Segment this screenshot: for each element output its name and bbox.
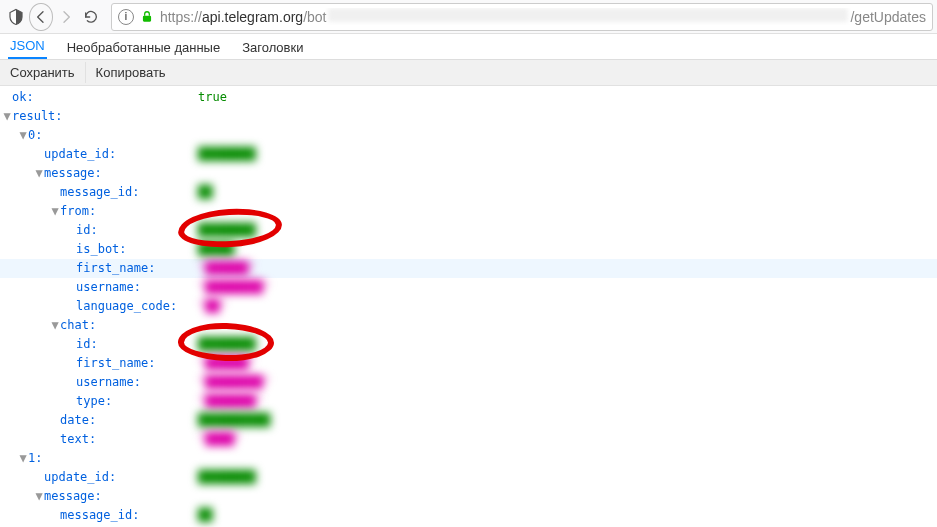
json-row[interactable]: ▼message:: [0, 164, 937, 183]
json-row: message_id:██: [0, 506, 937, 525]
info-icon[interactable]: i: [118, 9, 134, 25]
json-row: ok:true: [0, 88, 937, 107]
back-button[interactable]: [29, 3, 53, 31]
reload-button[interactable]: [80, 3, 103, 31]
json-row: date:██████████: [0, 411, 937, 430]
json-row: username:"████████": [0, 278, 937, 297]
json-viewer: ok:true ▼result: ▼0: update_id:████████ …: [0, 86, 937, 525]
view-tabs: JSON Необработанные данные Заголовки: [0, 34, 937, 60]
url-bar[interactable]: i https://api.telegram.org/bot/getUpdate…: [111, 3, 933, 31]
actions-bar: Сохранить Копировать: [0, 60, 937, 86]
json-row: type:"███████": [0, 392, 937, 411]
svg-rect-0: [143, 15, 151, 21]
json-row: first_name:"██████": [0, 354, 937, 373]
forward-button[interactable]: [55, 3, 78, 31]
json-row[interactable]: ▼chat:: [0, 316, 937, 335]
save-button[interactable]: Сохранить: [0, 62, 86, 83]
json-row: message_id:██: [0, 183, 937, 202]
json-row: text:"████": [0, 430, 937, 449]
browser-toolbar: i https://api.telegram.org/bot/getUpdate…: [0, 0, 937, 34]
json-row: id:████████: [0, 221, 937, 240]
toggle-icon[interactable]: ▼: [18, 449, 28, 468]
json-row: language_code:"██": [0, 297, 937, 316]
json-row: update_id:████████: [0, 145, 937, 164]
json-row[interactable]: ▼from:: [0, 202, 937, 221]
json-row[interactable]: ▼1:: [0, 449, 937, 468]
toggle-icon[interactable]: ▼: [18, 126, 28, 145]
json-row[interactable]: ▼0:: [0, 126, 937, 145]
json-row: username:"████████": [0, 373, 937, 392]
toggle-icon[interactable]: ▼: [34, 487, 44, 506]
toggle-icon[interactable]: ▼: [2, 107, 12, 126]
lock-icon: [140, 10, 154, 24]
toggle-icon[interactable]: ▼: [50, 202, 60, 221]
copy-button[interactable]: Копировать: [86, 62, 176, 83]
shield-icon[interactable]: [4, 3, 27, 31]
json-row[interactable]: ▼message:: [0, 487, 937, 506]
json-row: id:████████: [0, 335, 937, 354]
json-row: first_name:"██████": [0, 259, 937, 278]
json-row[interactable]: ▼result:: [0, 107, 937, 126]
json-row: is_bot:█████: [0, 240, 937, 259]
toggle-icon[interactable]: ▼: [34, 164, 44, 183]
url-text: https://api.telegram.org/bot/getUpdates: [160, 8, 926, 25]
json-row: update_id:████████: [0, 468, 937, 487]
tab-headers[interactable]: Заголовки: [240, 36, 305, 59]
tab-raw-data[interactable]: Необработанные данные: [65, 36, 222, 59]
tab-json[interactable]: JSON: [8, 34, 47, 59]
toggle-icon[interactable]: ▼: [50, 316, 60, 335]
